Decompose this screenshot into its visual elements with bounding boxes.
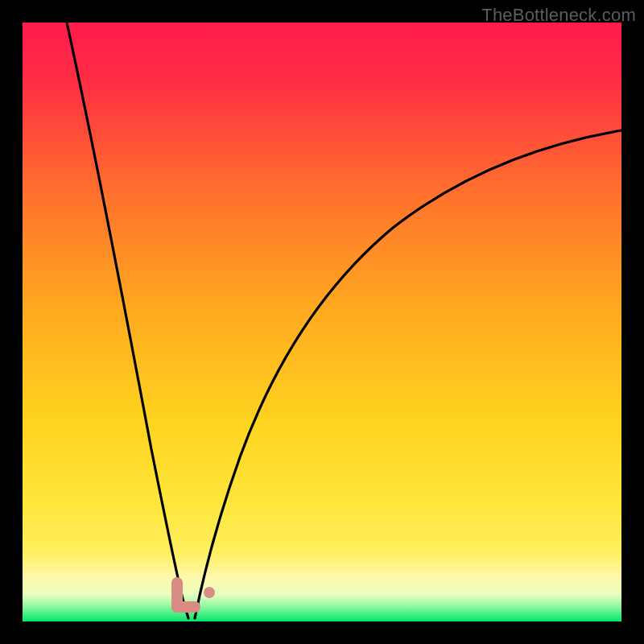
watermark-text: TheBottleneck.com <box>481 5 636 26</box>
background-gradient <box>23 23 621 621</box>
chart-plot-area <box>23 23 621 621</box>
svg-rect-0 <box>23 23 621 621</box>
